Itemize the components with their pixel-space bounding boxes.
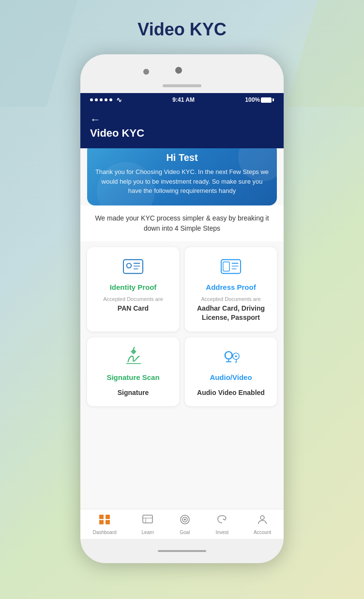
signal-dot-2	[95, 98, 98, 101]
nav-item-invest[interactable]: Invest	[216, 514, 229, 535]
greeting-message: Thank you for Choosing Video KYC. In the…	[95, 167, 269, 196]
dashboard-icon	[99, 514, 110, 528]
battery-tip	[273, 98, 274, 101]
signal-dot-4	[105, 98, 107, 101]
svg-point-1	[127, 263, 132, 268]
audio-video-card[interactable]: Audio/Video Audio Video Enabled	[185, 337, 277, 407]
bottom-nav: Dashboard Learn	[80, 509, 284, 539]
account-icon	[257, 514, 268, 528]
signature-icon	[121, 347, 145, 368]
address-docs-label: Accepted Documents are	[201, 296, 261, 302]
content-area: Hi Test Thank you for Choosing Video KYC…	[80, 148, 284, 509]
steps-description: We made your KYC process simpler & easy …	[80, 205, 284, 241]
nav-item-goal[interactable]: Goal	[179, 514, 191, 535]
svg-rect-21	[99, 520, 104, 524]
signature-docs-value: Signature	[118, 388, 149, 398]
dashboard-label: Dashboard	[93, 530, 117, 535]
signal-dot-1	[90, 98, 93, 101]
phone-bottom-hardware	[80, 539, 284, 563]
identity-proof-card[interactable]: Identity Proof Accepted Documents are PA…	[87, 247, 179, 331]
identity-docs-value: PAN Card	[118, 304, 149, 314]
goal-icon	[179, 514, 191, 528]
svg-point-29	[184, 519, 186, 520]
nav-item-account[interactable]: Account	[254, 514, 271, 535]
nav-item-learn[interactable]: Learn	[142, 514, 154, 535]
nav-item-dashboard[interactable]: Dashboard	[93, 514, 117, 535]
phone-screen: ∿ 9:41 AM 100% ← Video KYC Hi Test Thank…	[80, 93, 284, 539]
signal-dot-3	[100, 98, 103, 101]
address-icon	[219, 257, 243, 278]
audio-video-docs-value: Audio Video Enabled	[197, 388, 265, 398]
signature-scan-card[interactable]: Signature Scan Signature	[87, 337, 179, 407]
goal-label: Goal	[180, 530, 190, 535]
phone-frame: ∿ 9:41 AM 100% ← Video KYC Hi Test Thank…	[80, 54, 284, 563]
learn-icon	[142, 514, 153, 528]
svg-rect-13	[226, 351, 232, 359]
battery-bar	[261, 97, 272, 103]
speaker-grille	[163, 84, 201, 87]
svg-point-17	[235, 355, 237, 357]
svg-line-10	[134, 347, 135, 349]
back-button[interactable]: ←	[90, 113, 274, 126]
identity-docs-label: Accepted Documents are	[103, 296, 163, 302]
front-camera	[175, 67, 182, 74]
svg-rect-22	[106, 515, 110, 519]
wifi-icon: ∿	[116, 96, 122, 104]
svg-rect-0	[123, 259, 143, 273]
camera-dot	[143, 69, 149, 75]
status-time: 9:41 AM	[172, 96, 195, 103]
svg-rect-23	[106, 520, 110, 524]
identity-title: Identity Proof	[110, 283, 157, 291]
bg-shape-right	[287, 0, 364, 107]
svg-rect-20	[99, 515, 104, 519]
identity-icon	[121, 257, 145, 278]
page-title: Video KYC	[137, 19, 226, 40]
invest-label: Invest	[216, 530, 229, 535]
svg-rect-24	[143, 515, 152, 523]
signal-dot-5	[109, 98, 112, 101]
steps-grid: Identity Proof Accepted Documents are PA…	[80, 241, 284, 412]
status-bar: ∿ 9:41 AM 100%	[80, 93, 284, 107]
phone-top-hardware	[80, 54, 284, 93]
battery-indicator: 100%	[245, 96, 274, 103]
audio-video-icon	[219, 347, 243, 368]
app-header-title: Video KYC	[90, 127, 274, 140]
audio-video-title: Audio/Video	[210, 373, 252, 381]
svg-point-19	[235, 362, 237, 363]
address-docs-value: Aadhar Card, Driving License, Passport	[192, 304, 270, 323]
status-left: ∿	[90, 96, 122, 104]
account-label: Account	[254, 530, 271, 535]
learn-label: Learn	[142, 530, 154, 535]
svg-point-30	[260, 516, 264, 520]
greeting-card: Hi Test Thank you for Choosing Video KYC…	[87, 148, 277, 205]
svg-rect-6	[223, 262, 229, 271]
home-indicator	[158, 550, 206, 552]
invest-icon	[216, 514, 228, 528]
greeting-name: Hi Test	[95, 152, 269, 163]
address-title: Address Proof	[206, 283, 256, 291]
battery-label: 100%	[245, 96, 260, 103]
app-header: ← Video KYC	[80, 107, 284, 148]
bg-shape-left	[0, 0, 77, 107]
address-proof-card[interactable]: Address Proof Accepted Documents are Aad…	[185, 247, 277, 331]
signature-title: Signature Scan	[106, 373, 159, 381]
